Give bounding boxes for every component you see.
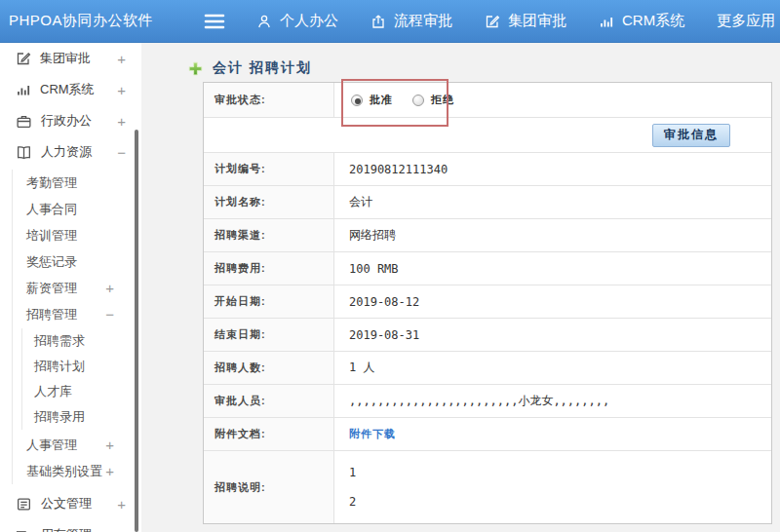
sidebar-item-label: 薪资管理 bbox=[26, 280, 77, 297]
field-value: 2019-08-31 bbox=[334, 319, 771, 351]
nav-item-2[interactable]: 流程审批 bbox=[370, 12, 452, 30]
expand-plus-icon[interactable]: + bbox=[105, 464, 114, 478]
table-row: 开始日期:2019-08-12 bbox=[204, 285, 771, 319]
sidebar-item-label: 人才库 bbox=[34, 383, 72, 400]
expand-plus-icon[interactable]: + bbox=[105, 281, 114, 295]
sidebar-item-人力资源[interactable]: 人力资源− bbox=[0, 136, 141, 168]
flow-icon bbox=[370, 14, 386, 29]
field-value: 2019-08-12 bbox=[334, 285, 771, 318]
sidebar-item-招聘录用[interactable]: 招聘录用 bbox=[22, 404, 141, 430]
sidebar-item-奖惩记录[interactable]: 奖惩记录 bbox=[13, 248, 141, 275]
approve-radio-label[interactable]: 批准 bbox=[370, 93, 393, 107]
sidebar-item-label: 招聘录用 bbox=[34, 408, 85, 426]
sidebar-item-label: 招聘计划 bbox=[34, 358, 85, 375]
sidebar-item-行政办公[interactable]: 行政办公+ bbox=[0, 105, 141, 136]
chart-icon bbox=[16, 82, 31, 97]
nav-item-3[interactable]: 集团审批 bbox=[485, 12, 566, 30]
field-value: ,,,,,,,,,,,,,,,,,,,,,,,,小龙女,,,,,,,, bbox=[334, 385, 771, 417]
sidebar-item-label: 考勤管理 bbox=[26, 174, 77, 192]
sidebar-item-公文管理[interactable]: 公文管理+ bbox=[0, 488, 141, 519]
briefcase-icon bbox=[16, 113, 32, 130]
expand-plus-icon[interactable]: + bbox=[117, 497, 126, 512]
reject-radio[interactable] bbox=[412, 95, 424, 106]
approve-radio[interactable] bbox=[351, 95, 363, 106]
top-nav: 个人办公流程审批集团审批CRM系统更多应用 bbox=[256, 12, 780, 30]
sidebar-scrollbar[interactable] bbox=[135, 130, 138, 532]
nav-item-label: 流程审批 bbox=[394, 12, 452, 30]
field-label: 招聘说明: bbox=[204, 451, 334, 523]
table-row: 审批人员:,,,,,,,,,,,,,,,,,,,,,,,,小龙女,,,,,,,, bbox=[204, 385, 771, 418]
doc-icon bbox=[16, 496, 32, 513]
sidebar-item-培训管理[interactable]: 培训管理 bbox=[13, 222, 141, 248]
sidebar-item-label: 奖惩记录 bbox=[26, 253, 77, 271]
attachment-download-link[interactable]: 附件下载 bbox=[349, 427, 396, 441]
sidebar-item-人事管理[interactable]: 人事管理+ bbox=[13, 432, 141, 458]
table-row: 招聘费用:100 RMB bbox=[204, 252, 771, 285]
sidebar-item-薪资管理[interactable]: 薪资管理+ bbox=[13, 275, 141, 301]
sidebar-item-考勤管理[interactable]: 考勤管理 bbox=[13, 170, 141, 196]
edit-icon bbox=[485, 14, 500, 29]
approval-info-button[interactable]: 审批信息 bbox=[652, 124, 730, 147]
collapse-minus-icon[interactable]: − bbox=[105, 307, 114, 322]
field-value: 20190812111340 bbox=[334, 153, 771, 185]
main-content: 会计 招聘计划 审批状态: 批准 拒绝 审批信息 计划编号:2019081211… bbox=[141, 43, 780, 532]
field-value-line: 1 bbox=[349, 466, 356, 479]
sidebar-item-CRM系统[interactable]: CRM系统+ bbox=[0, 74, 141, 105]
field-value-line: 2 bbox=[349, 495, 356, 509]
sidebar-item-集团审批[interactable]: 集团审批+ bbox=[0, 43, 141, 74]
nav-item-label: 个人办公 bbox=[280, 12, 338, 30]
field-label: 结束日期: bbox=[204, 319, 334, 351]
field-value: 100 RMB bbox=[334, 252, 771, 285]
page-title: 会计 招聘计划 bbox=[213, 59, 312, 77]
sidebar-submenu: 考勤管理人事合同培训管理奖惩记录薪资管理+招聘管理−招聘需求招聘计划人才库招聘录… bbox=[12, 170, 141, 484]
expand-plus-icon[interactable]: + bbox=[117, 114, 126, 129]
sidebar-item-招聘管理[interactable]: 招聘管理− bbox=[13, 301, 141, 327]
book-icon bbox=[16, 144, 32, 161]
menu-toggle-icon[interactable] bbox=[204, 13, 225, 30]
expand-plus-icon[interactable]: + bbox=[117, 528, 126, 532]
field-value: 1 人 bbox=[334, 352, 771, 384]
edit-icon bbox=[16, 51, 31, 66]
table-row: 结束日期:2019-08-31 bbox=[204, 319, 771, 352]
expand-plus-icon[interactable]: + bbox=[117, 83, 126, 97]
sidebar-item-label: 招聘管理 bbox=[26, 306, 77, 323]
sidebar-item-招聘计划[interactable]: 招聘计划 bbox=[22, 354, 141, 379]
field-label: 计划编号: bbox=[204, 153, 334, 185]
collapse-minus-icon[interactable]: − bbox=[117, 145, 126, 160]
add-icon bbox=[188, 61, 203, 76]
detail-panel: 审批状态: 批准 拒绝 审批信息 计划编号:20190812111340计划名称… bbox=[203, 82, 772, 524]
sidebar: 集团审批+CRM系统+行政办公+人力资源−考勤管理人事合同培训管理奖惩记录薪资管… bbox=[0, 43, 141, 532]
field-label: 审批人员: bbox=[204, 385, 334, 417]
page-title-row: 会计 招聘计划 bbox=[141, 43, 780, 82]
nav-item-4[interactable]: CRM系统 bbox=[599, 12, 684, 30]
table-row: 招聘渠道:网络招聘 bbox=[204, 219, 771, 252]
sidebar-item-label: 培训管理 bbox=[26, 227, 77, 245]
reject-radio-label[interactable]: 拒绝 bbox=[431, 93, 454, 107]
field-label: 招聘人数: bbox=[204, 352, 334, 384]
sidebar-item-label: 招聘需求 bbox=[34, 332, 85, 350]
nav-item-label: 集团审批 bbox=[508, 12, 566, 30]
sidebar-item-label: 人力资源 bbox=[41, 143, 92, 161]
sidebar-item-label: 集团审批 bbox=[40, 50, 91, 67]
sidebar-item-招聘需求[interactable]: 招聘需求 bbox=[22, 328, 141, 354]
status-row: 审批状态: 批准 拒绝 bbox=[204, 83, 771, 118]
truck-icon bbox=[16, 527, 32, 532]
nav-item-1[interactable]: 个人办公 bbox=[256, 12, 338, 30]
sidebar-submenu: 招聘需求招聘计划人才库招聘录用 bbox=[21, 328, 141, 430]
chart-icon bbox=[599, 14, 614, 29]
field-label: 招聘渠道: bbox=[204, 219, 334, 251]
sidebar-item-基础类别设置[interactable]: 基础类别设置+ bbox=[13, 458, 141, 484]
sidebar-item-人事合同[interactable]: 人事合同 bbox=[13, 196, 141, 222]
field-label: 计划名称: bbox=[204, 186, 334, 218]
nav-item-5[interactable]: 更多应用 bbox=[717, 12, 780, 30]
table-row: 招聘人数:1 人 bbox=[204, 352, 771, 385]
expand-plus-icon[interactable]: + bbox=[117, 52, 126, 66]
sidebar-item-label: 行政办公 bbox=[41, 112, 92, 130]
table-row: 附件文档:附件下载 bbox=[204, 418, 771, 451]
sidebar-item-人才库[interactable]: 人才库 bbox=[22, 379, 141, 404]
expand-plus-icon[interactable]: + bbox=[105, 437, 114, 452]
field-value: 网络招聘 bbox=[334, 219, 771, 251]
field-label: 附件文档: bbox=[204, 418, 334, 450]
field-value: 附件下载 bbox=[334, 418, 771, 450]
sidebar-item-用车管理[interactable]: 用车管理+ bbox=[0, 519, 141, 532]
